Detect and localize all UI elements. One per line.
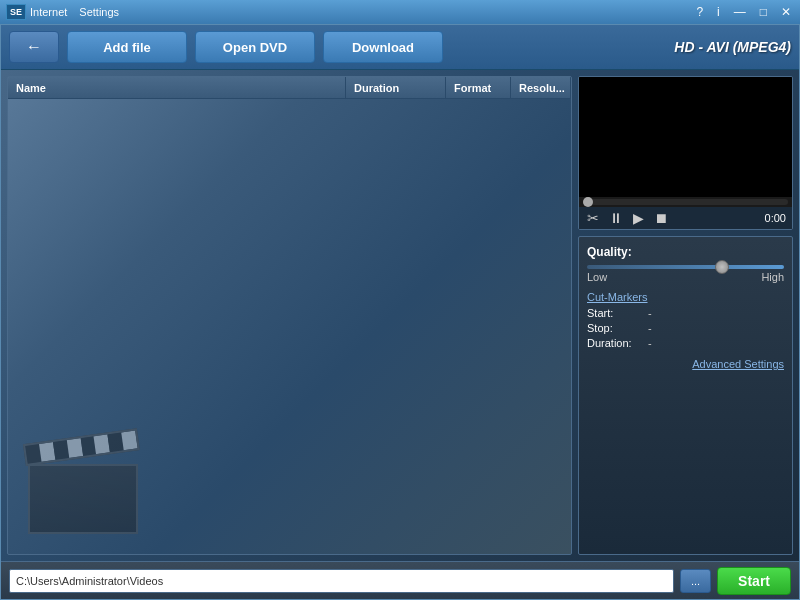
add-file-button[interactable]: Add file	[67, 31, 187, 63]
back-button[interactable]: ←	[9, 31, 59, 63]
close-button[interactable]: ✕	[778, 5, 794, 19]
cut-duration-row: Duration: -	[587, 337, 784, 349]
browse-button[interactable]: ...	[680, 569, 711, 593]
right-panel: ✂ ⏸ ▶ ⏹ 0:00 Quality: Low High	[578, 76, 793, 555]
cut-markers-title[interactable]: Cut-Markers	[587, 291, 784, 303]
nav-internet[interactable]: Internet	[30, 6, 67, 18]
clapper-top	[23, 428, 140, 466]
file-list-header: Name Duration Format Resolu...	[8, 77, 571, 99]
play-button[interactable]: ▶	[631, 210, 646, 226]
video-screen	[579, 77, 792, 197]
column-name: Name	[8, 77, 346, 98]
video-progress-thumb[interactable]	[583, 197, 593, 207]
minimize-button[interactable]: —	[731, 5, 749, 19]
format-title: HD - AVI (MPEG4)	[674, 39, 791, 55]
cut-markers: Cut-Markers Start: - Stop: - Duration: -	[587, 291, 784, 349]
column-duration: Duration	[346, 77, 446, 98]
app-logo: SE	[6, 4, 26, 20]
cut-start-label: Start:	[587, 307, 642, 319]
advanced-settings-button[interactable]: Advanced Settings	[692, 358, 784, 370]
column-format: Format	[446, 77, 511, 98]
video-progress-bar[interactable]	[583, 199, 788, 205]
quality-thumb[interactable]	[715, 260, 729, 274]
cut-start-row: Start: -	[587, 307, 784, 319]
quality-low-label: Low	[587, 271, 607, 283]
clapper-body	[28, 464, 138, 534]
file-list-body[interactable]	[8, 99, 571, 554]
nav-settings[interactable]: Settings	[79, 6, 119, 18]
title-bar: SE Internet Settings ? i — □ ✕	[0, 0, 800, 24]
toolbar: ← Add file Open DVD Download HD - AVI (M…	[1, 25, 799, 70]
cut-stop-row: Stop: -	[587, 322, 784, 334]
stop-button[interactable]: ⏹	[652, 210, 670, 226]
info-icon[interactable]: i	[714, 5, 723, 19]
column-resolution: Resolu...	[511, 77, 571, 98]
advanced-settings: Advanced Settings	[587, 357, 784, 371]
open-dvd-button[interactable]: Open DVD	[195, 31, 315, 63]
download-button[interactable]: Download	[323, 31, 443, 63]
video-preview: ✂ ⏸ ▶ ⏹ 0:00	[578, 76, 793, 230]
quality-high-label: High	[761, 271, 784, 283]
quality-label: Quality:	[587, 245, 784, 259]
cut-duration-value: -	[648, 337, 652, 349]
maximize-button[interactable]: □	[757, 5, 770, 19]
quality-slider-container: Low High	[587, 265, 784, 283]
title-bar-nav: Internet Settings	[30, 6, 119, 18]
clapper-icon	[28, 444, 138, 534]
quality-range-labels: Low High	[587, 271, 784, 283]
cut-start-value: -	[648, 307, 652, 319]
file-list-container: Name Duration Format Resolu...	[7, 76, 572, 555]
time-display: 0:00	[765, 212, 786, 224]
output-path-input[interactable]	[9, 569, 674, 593]
main-window: ← Add file Open DVD Download HD - AVI (M…	[0, 24, 800, 600]
quality-slider[interactable]	[587, 265, 784, 269]
cut-stop-value: -	[648, 322, 652, 334]
status-bar: ... Start	[1, 561, 799, 599]
start-button[interactable]: Start	[717, 567, 791, 595]
cut-duration-label: Duration:	[587, 337, 642, 349]
pause-button[interactable]: ⏸	[607, 210, 625, 226]
title-bar-controls: ? i — □ ✕	[693, 5, 794, 19]
quality-panel: Quality: Low High Cut-Markers Start: -	[578, 236, 793, 555]
cut-stop-label: Stop:	[587, 322, 642, 334]
title-bar-left: SE Internet Settings	[6, 4, 119, 20]
video-controls: ✂ ⏸ ▶ ⏹ 0:00	[579, 207, 792, 229]
help-icon[interactable]: ?	[693, 5, 706, 19]
cut-button[interactable]: ✂	[585, 210, 601, 226]
content-area: Name Duration Format Resolu...	[1, 70, 799, 561]
watermark	[28, 444, 138, 534]
